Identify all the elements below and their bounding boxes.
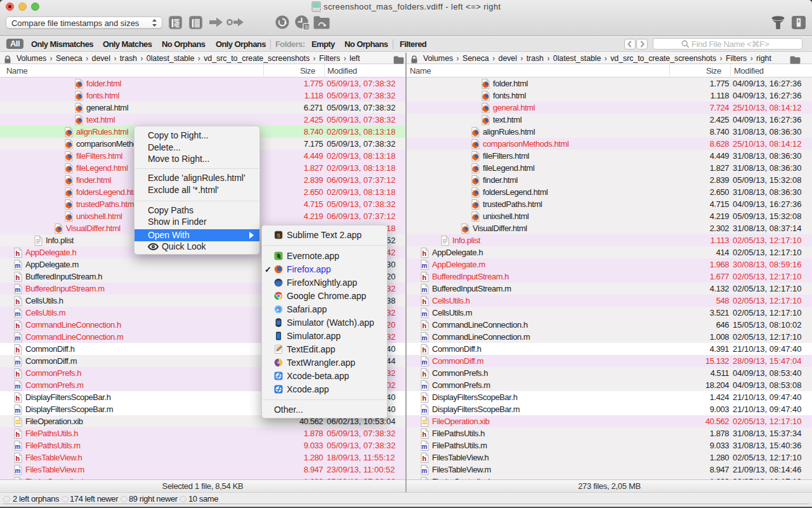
svg-text:h: h — [16, 455, 20, 462]
svg-text:m: m — [422, 382, 428, 389]
svg-text:h: h — [422, 370, 427, 378]
svg-text:h: h — [422, 274, 427, 281]
svg-text:h: h — [16, 431, 20, 438]
svg-text:m: m — [422, 358, 428, 365]
svg-text:m: m — [15, 262, 21, 269]
svg-text:m: m — [422, 467, 428, 474]
svg-text:h: h — [16, 346, 20, 354]
svg-text:S: S — [277, 232, 280, 239]
svg-text:m: m — [15, 358, 21, 365]
svg-text:m: m — [422, 262, 428, 269]
svg-text:m: m — [422, 406, 428, 413]
svg-text:h: h — [422, 322, 427, 330]
svg-text:h: h — [422, 455, 427, 462]
svg-text:m: m — [422, 286, 428, 293]
svg-text:h: h — [16, 250, 20, 257]
svg-text:m: m — [15, 382, 21, 389]
svg-text:m: m — [15, 406, 21, 413]
svg-text:m: m — [15, 467, 21, 474]
svg-text:m: m — [15, 286, 21, 293]
svg-text:h: h — [422, 298, 427, 305]
svg-text:m: m — [15, 334, 21, 341]
svg-text:m: m — [422, 310, 428, 317]
svg-text:m: m — [15, 310, 21, 317]
svg-text:h: h — [16, 370, 20, 378]
svg-text:h: h — [422, 346, 427, 354]
svg-text:h: h — [16, 298, 20, 305]
svg-text:h: h — [422, 250, 427, 257]
svg-text:h: h — [422, 394, 427, 402]
svg-text:m: m — [422, 334, 428, 341]
svg-text:h: h — [16, 394, 20, 402]
svg-text:h: h — [422, 431, 427, 438]
svg-text:h: h — [16, 322, 20, 330]
svg-text:h: h — [16, 274, 20, 281]
svg-text:m: m — [422, 443, 428, 450]
svg-text:m: m — [15, 443, 21, 450]
